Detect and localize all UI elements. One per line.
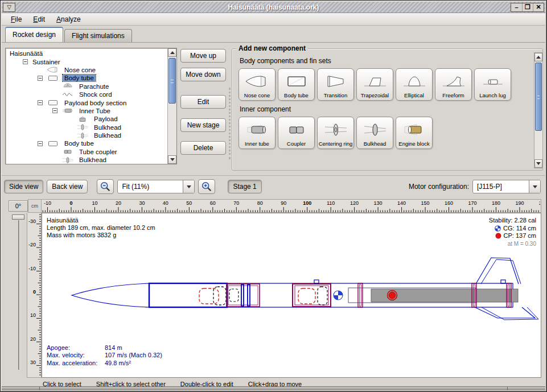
tree-row-body-tube[interactable]: Body tube <box>6 74 167 82</box>
nose-cone-shape[interactable] <box>72 283 149 307</box>
scroll-up-button[interactable] <box>168 48 176 57</box>
zoom-select[interactable]: Fit (11%) <box>117 180 195 193</box>
menu-item-file[interactable]: File <box>6 14 26 24</box>
parachute-shape[interactable] <box>199 288 219 304</box>
menu-item-analyze[interactable]: Analyze <box>52 14 85 24</box>
tree-scrollbar[interactable] <box>167 48 176 164</box>
delete-button[interactable]: Delete <box>180 141 226 155</box>
close-icon: ✕ <box>536 3 541 11</box>
stage-1-toggle[interactable]: Stage 1 <box>228 180 261 193</box>
tree-row-inner-tube[interactable]: Inner Tube <box>6 107 167 115</box>
add-elliptical-button[interactable]: Elliptical <box>396 68 433 101</box>
add-nose-cone-button[interactable]: Nose cone <box>238 68 275 101</box>
shock-cord-2-shape[interactable] <box>318 287 327 305</box>
svg-text:20: 20 <box>116 200 121 206</box>
scroll-down-button[interactable] <box>168 155 176 164</box>
tree-expander[interactable] <box>23 59 28 64</box>
svg-text:60: 60 <box>210 200 216 206</box>
tree-row-nose-cone[interactable]: Nose cone <box>6 66 167 74</box>
tree-row-sustainer[interactable]: Sustainer <box>6 57 167 65</box>
fin-bottom-shape[interactable] <box>475 307 535 318</box>
tree-row-body-tube[interactable]: Body tube <box>6 139 167 147</box>
combo-arrow-button[interactable] <box>529 180 540 193</box>
bulkhead-shape[interactable] <box>241 284 244 306</box>
payload-body-section-shape[interactable] <box>227 283 331 307</box>
component-button-label: Engine block <box>398 141 429 147</box>
component-button-label: Nose cone <box>244 93 270 98</box>
launch-lug-shape[interactable] <box>314 280 319 283</box>
maximize-button[interactable]: ❐ <box>522 3 533 11</box>
window-menu-button[interactable]: ▽ <box>3 3 15 12</box>
scroll-down-button[interactable] <box>534 159 542 168</box>
motor-configuration-select[interactable]: [J115-P] <box>472 180 541 193</box>
tree-row-tube-coupler[interactable]: Tube coupler <box>6 148 167 156</box>
add-panel-scroll-track[interactable] <box>534 61 542 159</box>
fin-top-shape[interactable] <box>476 258 519 284</box>
tree-row-bulkhead[interactable]: Bulkhead <box>6 123 167 131</box>
svg-text:190: 190 <box>515 200 524 206</box>
edit-button[interactable]: Edit <box>180 95 226 109</box>
mach-note: at M = 0.30 <box>489 240 536 248</box>
add-coupler-button[interactable]: Coupler <box>278 117 315 149</box>
tree-expander[interactable] <box>38 76 43 81</box>
bulkhead-shape[interactable] <box>248 284 250 306</box>
add-freeform-button[interactable]: Freeform <box>435 68 472 101</box>
inner-tube-shape[interactable] <box>227 284 260 307</box>
close-button[interactable]: ✕ <box>533 3 544 11</box>
add-inner-tube-button[interactable]: Inner tube <box>238 117 275 149</box>
title-bar[interactable]: ▽ Haisunäätä (haisunaata.ork) – ❐ ✕ <box>2 2 545 13</box>
shock-cord-shape[interactable] <box>213 287 226 305</box>
motor-configuration-label: Motor configuration: <box>409 183 469 191</box>
payload-shape[interactable] <box>229 289 238 302</box>
component-tree[interactable]: HaisunäätäSustainerNose coneBody tubePar… <box>6 48 167 164</box>
add-body-tube-button[interactable]: Body tube <box>278 68 315 101</box>
parachute-2-shape[interactable] <box>298 288 315 304</box>
combo-arrow-button[interactable] <box>183 180 194 193</box>
add-transition-button[interactable]: Transition <box>317 68 354 101</box>
trapezoidal-icon <box>357 71 392 93</box>
add-panel-scrollbar[interactable] <box>534 52 543 168</box>
side-view-button[interactable]: Side view <box>4 180 43 193</box>
component-button-label: Transition <box>324 93 347 98</box>
rotation-slider-handle[interactable] <box>12 214 24 220</box>
tree-expander[interactable] <box>38 141 43 146</box>
tab-rocket-design[interactable]: Rocket design <box>5 27 63 42</box>
new-stage-button[interactable]: New stage <box>180 118 226 132</box>
zoom-in-button[interactable] <box>198 179 215 194</box>
centering-ring-shape[interactable] <box>358 283 363 307</box>
move-down-button[interactable]: Move down <box>180 68 226 81</box>
tree-expander[interactable] <box>52 108 57 113</box>
rotation-slider[interactable] <box>9 214 28 373</box>
arrow-up-icon <box>536 56 541 59</box>
add-bulkhead-button[interactable]: Bulkhead <box>356 117 393 149</box>
svg-text:120: 120 <box>350 200 359 206</box>
add-panel-scroll-thumb[interactable] <box>535 63 542 131</box>
tree-scroll-thumb[interactable] <box>168 58 176 104</box>
rocket-canvas[interactable]: HaisunäätäLength 189 cm, max. diameter 1… <box>42 213 541 378</box>
tree-row-bulkhead[interactable]: Bulkhead <box>6 131 167 139</box>
add-engine-block-button[interactable]: Engine block <box>396 117 433 149</box>
svg-text:130: 130 <box>374 200 383 206</box>
tree-row-bulkhead[interactable]: Bulkhead <box>6 156 167 164</box>
add-launch-lug-button[interactable]: Launch lug <box>474 68 511 101</box>
menu-item-edit[interactable]: Edit <box>28 14 50 24</box>
launch-lug-2-shape[interactable] <box>501 280 505 283</box>
tab-flight-simulations[interactable]: Flight simulations <box>64 29 132 42</box>
back-view-button[interactable]: Back view <box>47 180 88 193</box>
tree-row-payload-body-section[interactable]: Payload body section <box>6 98 167 106</box>
scroll-up-button[interactable] <box>534 53 542 61</box>
group-label-inner-component: Inner component <box>240 105 532 113</box>
window-resize-bar[interactable] <box>2 386 545 390</box>
tree-expander[interactable] <box>38 100 43 105</box>
tree-row-parachute[interactable]: Parachute <box>6 82 167 90</box>
add-trapezoidal-button[interactable]: Trapezoidal <box>356 68 393 101</box>
minimize-button[interactable]: – <box>511 3 522 11</box>
tree-row-haisun-t[interactable]: Haisunäätä <box>6 49 167 57</box>
tree-row-shock-cord[interactable]: Shock cord <box>6 90 167 98</box>
move-up-button[interactable]: Move up <box>180 49 226 63</box>
tree-row-payload[interactable]: Payload <box>6 115 167 123</box>
window-menu-icon: ▽ <box>7 5 11 10</box>
add-centering-ring-button[interactable]: Centering ring <box>317 117 354 149</box>
tree-scroll-track[interactable] <box>168 57 176 155</box>
zoom-out-button[interactable] <box>97 179 114 194</box>
